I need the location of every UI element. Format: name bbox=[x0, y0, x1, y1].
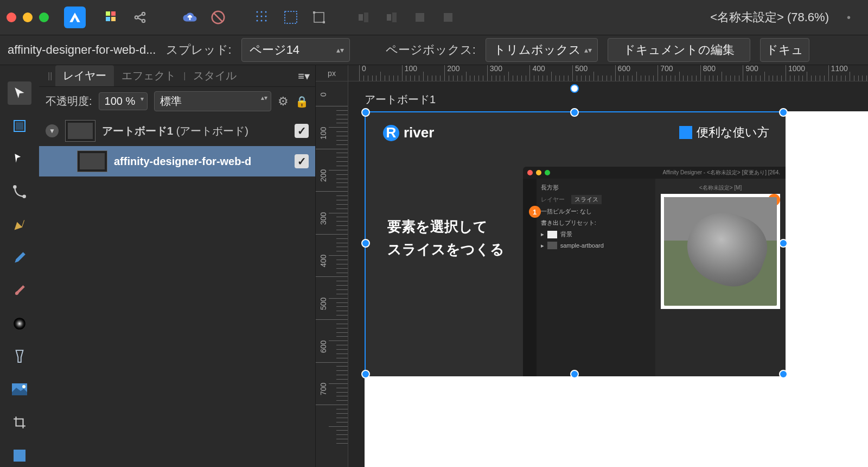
document-tab[interactable]: affinity-designer-for-web-d... bbox=[8, 43, 156, 57]
gear-icon[interactable]: ⚙ bbox=[278, 94, 289, 109]
layer-item-artboard[interactable]: ▼ アートボード1 (アートボード) ✓ bbox=[39, 116, 315, 146]
svg-point-12 bbox=[261, 16, 263, 17]
svg-rect-2 bbox=[106, 17, 110, 21]
artboard-label[interactable]: アートボード1 bbox=[365, 92, 436, 107]
grid-icon[interactable] bbox=[251, 5, 275, 29]
layer-type: (アートボード) bbox=[176, 125, 248, 137]
transform-icon[interactable] bbox=[307, 5, 331, 29]
color-picker-tool[interactable] bbox=[8, 312, 31, 336]
dirty-indicator-icon: • bbox=[847, 11, 851, 24]
placed-image[interactable]: R river 便利な使い方 要素を選択して スライスをつくる Affinity… bbox=[366, 112, 786, 376]
cloud-upload-icon[interactable] bbox=[178, 5, 202, 29]
svg-rect-35 bbox=[14, 450, 25, 462]
resize-handle-ne[interactable] bbox=[779, 108, 788, 117]
persona-pixel-icon[interactable] bbox=[100, 5, 124, 29]
embedded-screenshot: Affinity Designer - <名称未設定> [変更あり] [264.… bbox=[523, 167, 786, 376]
tab-styles[interactable]: スタイル bbox=[186, 65, 244, 86]
opacity-select[interactable]: 100 %▾ bbox=[99, 92, 148, 110]
shape-label: 長方形 bbox=[540, 182, 652, 193]
close-icon[interactable] bbox=[7, 12, 16, 22]
brand-logo: R river bbox=[383, 124, 434, 141]
chevron-down-icon: ▴▾ bbox=[584, 46, 592, 54]
no-sync-icon[interactable] bbox=[206, 5, 230, 29]
resize-handle-sw[interactable] bbox=[361, 370, 370, 378]
svg-point-10 bbox=[265, 11, 267, 13]
layer-item-image[interactable]: affinity-designer-for-web-d ✓ bbox=[39, 146, 315, 176]
node-tool[interactable] bbox=[8, 147, 31, 171]
crop-tool[interactable] bbox=[8, 411, 31, 434]
disclosure-icon[interactable]: ▼ bbox=[46, 124, 59, 137]
tab-layers[interactable]: レイヤー bbox=[55, 65, 114, 86]
app-icon bbox=[64, 7, 86, 28]
svg-rect-23 bbox=[387, 14, 391, 21]
ruler-horizontal[interactable]: 010020030040050060070080090010001100 bbox=[348, 65, 868, 81]
glass-tool[interactable] bbox=[8, 345, 31, 368]
blend-mode-select[interactable]: 標準▴▾ bbox=[154, 91, 271, 111]
resize-handle-w[interactable] bbox=[361, 239, 370, 248]
viewport[interactable]: アートボード1 R river 便利な使い方 要素を選択して スライスをつくる bbox=[348, 81, 868, 467]
document-button-truncated[interactable]: ドキュ bbox=[760, 38, 809, 62]
pagebox-select[interactable]: トリムボックス▴▾ bbox=[486, 38, 598, 62]
rotation-handle[interactable] bbox=[570, 84, 579, 93]
place-image-tool[interactable] bbox=[8, 378, 31, 401]
resize-handle-s[interactable] bbox=[570, 370, 579, 378]
callout-badge-1: 1 bbox=[529, 206, 541, 218]
align-icon-2 bbox=[380, 5, 404, 29]
marquee-icon[interactable] bbox=[279, 5, 303, 29]
chevron-down-icon: ▴▾ bbox=[261, 94, 267, 102]
svg-rect-24 bbox=[392, 12, 397, 22]
layer-thumbnail bbox=[65, 120, 95, 142]
slide-heading: 要素を選択して スライスをつくる bbox=[387, 216, 505, 261]
resize-handle-se[interactable] bbox=[779, 370, 788, 378]
visibility-checkbox[interactable]: ✓ bbox=[295, 124, 309, 138]
spread-select[interactable]: ページ14▴▾ bbox=[241, 38, 350, 62]
svg-point-13 bbox=[265, 16, 267, 17]
layer-thumbnail bbox=[77, 150, 107, 172]
pen-tool[interactable] bbox=[8, 213, 31, 237]
spread-label: スプレッド: bbox=[166, 42, 232, 58]
svg-point-16 bbox=[265, 20, 267, 22]
artboard-tool[interactable] bbox=[8, 115, 31, 138]
resize-handle-e[interactable] bbox=[779, 239, 788, 248]
shape-rectangle-tool[interactable] bbox=[8, 444, 31, 467]
panel-menu-icon[interactable]: ≡▾ bbox=[298, 70, 310, 83]
logo-icon: R bbox=[383, 125, 399, 141]
svg-rect-20 bbox=[323, 21, 325, 23]
svg-rect-28 bbox=[16, 122, 23, 130]
move-tool[interactable] bbox=[8, 81, 31, 105]
ruler-vertical[interactable]: 0100200300400500600700 bbox=[316, 81, 348, 467]
slide-tag: 便利な使い方 bbox=[679, 124, 769, 141]
svg-rect-26 bbox=[444, 13, 452, 22]
ruler-unit[interactable]: px bbox=[316, 65, 348, 81]
canvas-area: px 010020030040050060070080090010001100 … bbox=[316, 65, 868, 467]
sub-canvas: <名称未設定> [M] スライスを作成 レイヤーページで検索 2 bbox=[655, 179, 786, 376]
zoom-icon[interactable] bbox=[39, 12, 49, 22]
chevron-down-icon: ▴▾ bbox=[336, 46, 344, 54]
svg-rect-3 bbox=[111, 17, 116, 21]
edit-document-button[interactable]: ドキュメントの編集 bbox=[608, 38, 750, 62]
tab-effects[interactable]: エフェクト bbox=[114, 65, 183, 86]
corner-tool[interactable] bbox=[8, 180, 31, 204]
svg-point-30 bbox=[23, 195, 25, 198]
svg-rect-0 bbox=[106, 11, 110, 16]
pencil-tool[interactable] bbox=[8, 246, 31, 269]
share-icon[interactable] bbox=[128, 5, 152, 29]
resize-handle-nw[interactable] bbox=[361, 108, 370, 117]
layer-options-row: 不透明度: 100 %▾ 標準▴▾ ⚙ 🔒 bbox=[39, 87, 315, 116]
svg-rect-1 bbox=[111, 11, 116, 16]
layers-panel: || レイヤー エフェクト | スタイル ≡▾ 不透明度: 100 %▾ 標準▴… bbox=[39, 65, 316, 467]
svg-point-29 bbox=[14, 186, 16, 188]
panel-grip-icon[interactable]: || bbox=[44, 71, 55, 81]
options-bar: affinity-designer-for-web-d... スプレッド: ペー… bbox=[0, 35, 868, 65]
svg-rect-22 bbox=[364, 12, 368, 22]
brush-tool[interactable] bbox=[8, 279, 31, 302]
minimize-icon[interactable] bbox=[23, 12, 33, 22]
list-item: ▸sample-artboard bbox=[540, 240, 652, 251]
lock-icon[interactable]: 🔒 bbox=[295, 95, 309, 108]
visibility-checkbox[interactable]: ✓ bbox=[295, 154, 309, 168]
svg-rect-18 bbox=[314, 12, 324, 22]
affinity-icon bbox=[679, 126, 692, 139]
resize-handle-n[interactable] bbox=[570, 108, 579, 117]
chevron-down-icon: ▾ bbox=[141, 95, 144, 103]
svg-point-32 bbox=[14, 318, 25, 330]
